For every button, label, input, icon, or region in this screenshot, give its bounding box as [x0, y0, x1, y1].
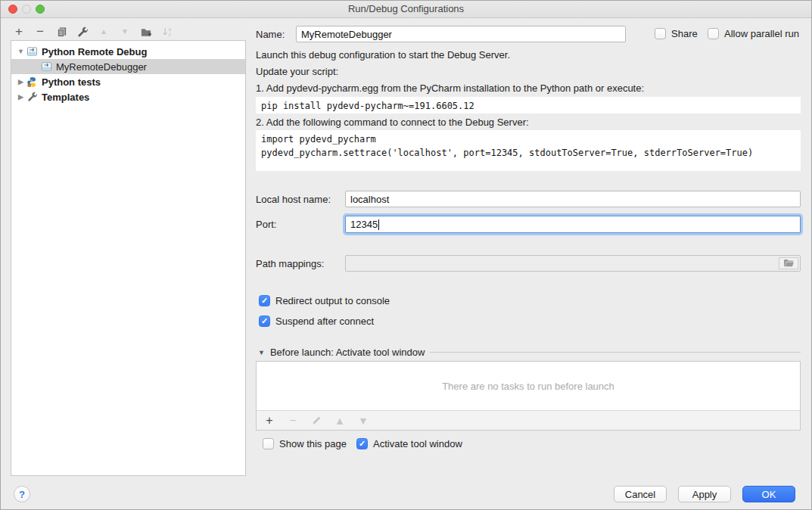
expand-collapse-icon[interactable]: ▼: [16, 48, 26, 55]
before-launch-section-header[interactable]: ▼ Before launch: Activate tool window: [258, 347, 801, 358]
move-task-up-button[interactable]: ▲: [334, 415, 346, 427]
window-title: Run/Debug Configurations: [1, 3, 811, 14]
section-collapse-icon[interactable]: ▼: [258, 349, 265, 356]
activate-tool-window-label: Activate tool window: [373, 438, 462, 449]
edit-templates-wrench-icon[interactable]: [76, 26, 89, 38]
settrace-code-block: import pydevd_pycharmpydevd_pycharm.sett…: [256, 130, 801, 171]
tree-item-myremotedebugger[interactable]: MyRemoteDebugger: [11, 59, 245, 74]
sort-configurations-icon[interactable]: a z: [161, 26, 173, 38]
redirect-output-row: ✓ Redirect output to console: [259, 295, 390, 306]
ok-button[interactable]: OK: [742, 486, 795, 502]
allow-parallel-run-checkbox[interactable]: ✓: [708, 28, 719, 39]
browse-path-mappings-button[interactable]: [779, 257, 798, 269]
suspend-after-connect-row: ✓ Suspend after connect: [259, 316, 374, 327]
share-checkbox-row: ✓ Share: [655, 28, 698, 39]
show-this-page-label: Show this page: [279, 438, 347, 449]
apply-button[interactable]: Apply: [678, 486, 731, 502]
tree-item-label: Templates: [42, 92, 89, 103]
suspend-after-connect-label: Suspend after connect: [275, 316, 374, 327]
tree-item-label: Python Remote Debug: [42, 46, 147, 58]
step2-text: 2. Add the following command to connect …: [256, 117, 529, 128]
path-mappings-label: Path mappings:: [256, 258, 324, 269]
local-host-name-label: Local host name:: [256, 194, 331, 205]
title-bar: Run/Debug Configurations: [1, 1, 811, 18]
before-launch-title: Before launch: Activate tool window: [270, 347, 425, 358]
port-input[interactable]: 12345: [345, 216, 801, 233]
remove-configuration-button[interactable]: −: [34, 26, 46, 38]
new-folder-icon[interactable]: [140, 26, 152, 38]
allow-parallel-run-label: Allow parallel run: [724, 28, 799, 39]
port-label: Port:: [256, 219, 276, 230]
expand-collapse-icon[interactable]: ▶: [16, 93, 26, 101]
help-button[interactable]: ?: [14, 486, 30, 502]
python-tests-icon: [26, 76, 39, 88]
move-down-button[interactable]: ▼: [119, 26, 131, 38]
activate-tool-window-checkbox[interactable]: ✓: [356, 438, 368, 449]
svg-text:a: a: [168, 26, 171, 32]
name-label: Name:: [256, 29, 285, 40]
wrench-icon: [26, 91, 39, 103]
path-mappings-input[interactable]: [345, 255, 801, 272]
suspend-after-connect-checkbox[interactable]: ✓: [259, 316, 270, 327]
add-task-button[interactable]: +: [263, 415, 275, 427]
redirect-output-checkbox[interactable]: ✓: [259, 295, 270, 306]
move-up-button[interactable]: ▲: [98, 26, 110, 38]
text-caret: [378, 219, 379, 230]
run-debug-configurations-dialog: Run/Debug Configurations + − ▲ ▼: [0, 0, 812, 510]
task-list-toolbar: + − ▲ ▼: [257, 410, 800, 430]
add-configuration-button[interactable]: +: [13, 26, 25, 38]
remove-task-button[interactable]: −: [287, 415, 299, 427]
pip-install-code-block: pip install pydevd-pycharm~=191.6605.12: [256, 97, 801, 114]
allow-parallel-run-checkbox-row: ✓ Allow parallel run: [708, 28, 799, 39]
tree-item-python-tests[interactable]: ▶ Python tests: [11, 74, 245, 89]
show-this-page-row: ✓ Show this page: [263, 438, 347, 449]
share-checkbox[interactable]: ✓: [655, 28, 666, 39]
expand-collapse-icon[interactable]: ▶: [16, 78, 26, 86]
redirect-output-label: Redirect output to console: [275, 295, 390, 306]
share-label: Share: [671, 28, 698, 39]
activate-tool-window-row: ✓ Activate tool window: [356, 438, 462, 449]
step1-text: 1. Add pydevd-pycharm.egg from the PyCha…: [256, 82, 644, 94]
remote-debug-icon: [26, 45, 39, 58]
remote-debug-icon: [40, 61, 53, 73]
local-host-name-input[interactable]: localhost: [345, 191, 801, 207]
cancel-button[interactable]: Cancel: [614, 486, 667, 502]
configurations-tree: ▼ Python Remote Debug MyRemoteDebugger: [11, 40, 246, 476]
move-task-down-button[interactable]: ▼: [357, 415, 369, 427]
tree-item-label: Python tests: [42, 76, 101, 88]
folder-icon: [783, 259, 795, 268]
tree-item-label: MyRemoteDebugger: [56, 61, 147, 73]
svg-text:z: z: [168, 32, 170, 37]
configurations-toolbar: + − ▲ ▼ a z: [13, 24, 173, 39]
show-this-page-checkbox[interactable]: ✓: [263, 438, 274, 449]
update-script-text: Update your script:: [256, 66, 338, 77]
section-divider: [430, 352, 801, 353]
description-text: Launch this debug configuration to start…: [256, 49, 510, 61]
name-input[interactable]: MyRemoteDebugger: [296, 26, 626, 42]
empty-task-list-text: There are no tasks to run before launch: [257, 362, 800, 410]
copy-configuration-icon[interactable]: [55, 26, 67, 38]
tree-item-templates[interactable]: ▶ Templates: [11, 89, 245, 104]
edit-task-pencil-icon[interactable]: [310, 415, 322, 427]
before-launch-task-list: There are no tasks to run before launch …: [256, 361, 801, 431]
tree-item-python-remote-debug[interactable]: ▼ Python Remote Debug: [11, 44, 245, 59]
